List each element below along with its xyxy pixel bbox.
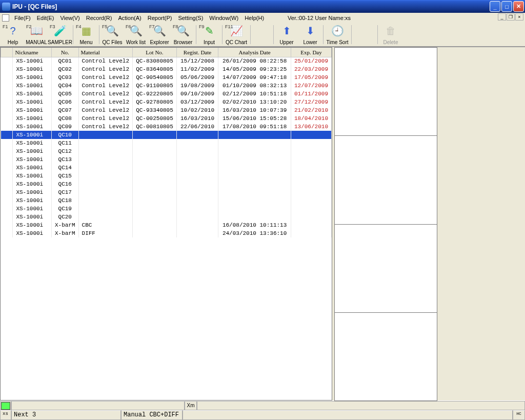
cell-blank xyxy=(1,82,13,90)
cell-no: QC01 xyxy=(51,57,78,65)
cell-exp xyxy=(291,229,331,237)
cell-regist xyxy=(176,229,218,237)
cell-analysis: 14/07/2009 09:47:18 xyxy=(218,73,291,82)
table-row[interactable]: XS-1000iQC08Control Level2QC-0025080516/… xyxy=(1,114,332,123)
cell-no: X-barM xyxy=(51,221,78,229)
cell-lot xyxy=(133,180,177,188)
table-row[interactable]: XS-1000iQC01Control Level2QC-8308080515/… xyxy=(1,57,332,65)
cell-blank xyxy=(1,229,13,237)
minimize-button[interactable]: _ xyxy=(490,1,500,12)
cell-nickname: XS-1000i xyxy=(13,57,52,65)
table-row[interactable]: XS-1000iQC15 xyxy=(1,172,332,180)
menu-action[interactable]: Action(A) xyxy=(115,14,144,22)
cell-material: Control Level2 xyxy=(78,65,133,73)
cell-exp: 25/01/2009 xyxy=(291,57,331,65)
cell-nickname: XS-1000i xyxy=(13,131,52,139)
table-row[interactable]: XS-1000iQC20 xyxy=(1,213,332,221)
cell-regist: 19/08/2009 xyxy=(176,82,218,90)
table-row[interactable]: XS-1000iQC17 xyxy=(1,188,332,196)
table-row[interactable]: XS-1000iQC10 xyxy=(1,131,332,139)
version-info: Ver.:00-12 User Name:xs xyxy=(288,15,351,21)
menu-file[interactable]: File(F) xyxy=(11,14,34,22)
cell-no: QC11 xyxy=(51,139,78,147)
cell-blank xyxy=(1,114,13,123)
col-exp[interactable]: Exp. Day xyxy=(291,48,331,57)
status-indicator-icon xyxy=(1,402,10,410)
table-row[interactable]: XS-1000iQC04Control Level2QC-9110080519/… xyxy=(1,82,332,90)
qc-table[interactable]: Nickname No. Material Lot No. Regist. Da… xyxy=(1,48,332,237)
col-analysis[interactable]: Analysis Date xyxy=(218,48,291,57)
cell-blank xyxy=(1,221,13,229)
menu-button[interactable]: F4▦Menu xyxy=(74,23,98,46)
cell-no: QC03 xyxy=(51,73,78,82)
table-row[interactable]: XS-1000iQC14 xyxy=(1,164,332,172)
menu-setting[interactable]: Setting(S) xyxy=(175,14,206,22)
col-nickname[interactable]: Nickname xyxy=(13,48,52,57)
cell-exp xyxy=(291,213,331,221)
cell-material xyxy=(78,164,133,172)
table-row[interactable]: XS-1000iX-barMDIFF24/03/2010 13:36:10 xyxy=(1,229,332,237)
preview-slot-4 xyxy=(334,312,437,401)
table-row[interactable]: XS-1000iX-barMCBC16/08/2010 10:11:13 xyxy=(1,221,332,229)
menu-window[interactable]: Window(W) xyxy=(206,14,241,22)
col-material[interactable]: Material xyxy=(78,48,133,57)
table-row[interactable]: XS-1000iQC02Control Level2QC-8364080511/… xyxy=(1,65,332,73)
cell-lot xyxy=(133,147,177,155)
menu-edit[interactable]: Edit(E) xyxy=(34,14,57,22)
menu-help[interactable]: Help(H) xyxy=(241,14,267,22)
table-row[interactable]: XS-1000iQC07Control Level2QC-9334080510/… xyxy=(1,106,332,114)
sampler-button[interactable]: F3🧪SAMPLER xyxy=(48,23,72,46)
cell-no: QC13 xyxy=(51,155,78,164)
table-row[interactable]: XS-1000iQC18 xyxy=(1,196,332,205)
col-blank[interactable] xyxy=(1,48,13,57)
cell-exp: 18/04/2010 xyxy=(291,114,331,123)
cell-blank xyxy=(1,98,13,106)
cell-material: DIFF xyxy=(78,229,133,237)
menu-record[interactable]: Record(R) xyxy=(83,14,115,22)
help-button[interactable]: F1?Help xyxy=(1,23,25,46)
menu-report[interactable]: Report(P) xyxy=(145,14,175,22)
table-row[interactable]: XS-1000iQC11 xyxy=(1,139,332,147)
qcchart-button[interactable]: F11📈QC Chart xyxy=(224,23,249,46)
upper-button[interactable]: ⬆Upper xyxy=(275,23,298,46)
cell-no: QC16 xyxy=(51,180,78,188)
table-row[interactable]: XS-1000iQC03Control Level2QC-9054080505/… xyxy=(1,73,332,82)
document-icon[interactable] xyxy=(2,14,9,22)
table-row[interactable]: XS-1000iQC12 xyxy=(1,147,332,155)
col-no[interactable]: No. xyxy=(51,48,78,57)
cell-lot: QC-92780805 xyxy=(133,98,177,106)
cell-no: QC08 xyxy=(51,114,78,123)
col-lot[interactable]: Lot No. xyxy=(133,48,177,57)
cell-nickname: XS-1000i xyxy=(13,106,52,114)
cell-blank xyxy=(1,139,13,147)
col-regist[interactable]: Regist. Date xyxy=(176,48,218,57)
cell-material: Control Level2 xyxy=(78,123,133,131)
table-row[interactable]: XS-1000iQC13 xyxy=(1,155,332,164)
maximize-button[interactable]: □ xyxy=(501,1,512,12)
input-button[interactable]: F9✎Input xyxy=(197,23,221,46)
table-row[interactable]: XS-1000iQC16 xyxy=(1,180,332,188)
qcfiles-button[interactable]: F5🔍QC Files xyxy=(100,23,124,46)
cell-analysis xyxy=(218,196,291,205)
arrow-down-icon: ⬇ xyxy=(303,25,317,37)
menu-view[interactable]: View(V) xyxy=(57,14,83,22)
worklist-button[interactable]: F6🔍Work list xyxy=(124,23,148,46)
cell-exp xyxy=(291,205,331,213)
close-button[interactable]: ✕ xyxy=(513,1,524,12)
cell-exp: 21/02/2010 xyxy=(291,106,331,114)
timesort-button[interactable]: 🕘Time Sort xyxy=(325,23,350,46)
explorer-button[interactable]: F7🔍Explorer xyxy=(148,23,171,46)
table-row[interactable]: XS-1000iQC06Control Level2QC-9278080503/… xyxy=(1,98,332,106)
table-row[interactable]: XS-1000iQC19 xyxy=(1,205,332,213)
mdi-minimize-button[interactable]: _ xyxy=(498,13,506,21)
trash-icon: 🗑 xyxy=(383,25,398,37)
mdi-close-button[interactable]: × xyxy=(515,13,523,21)
cell-regist: 15/12/2008 xyxy=(176,57,218,65)
lower-button[interactable]: ⬇Lower xyxy=(298,23,322,46)
table-row[interactable]: XS-1000iQC05Control Level2QC-9222080509/… xyxy=(1,90,332,98)
browser-button[interactable]: F8🔍Browser xyxy=(171,23,195,46)
cell-no: QC12 xyxy=(51,147,78,155)
table-row[interactable]: XS-1000iQC09Control Level2QC-0081080522/… xyxy=(1,123,332,131)
mdi-restore-button[interactable]: ❐ xyxy=(507,13,515,21)
manual-button[interactable]: F2📖MANUAL xyxy=(25,23,48,46)
